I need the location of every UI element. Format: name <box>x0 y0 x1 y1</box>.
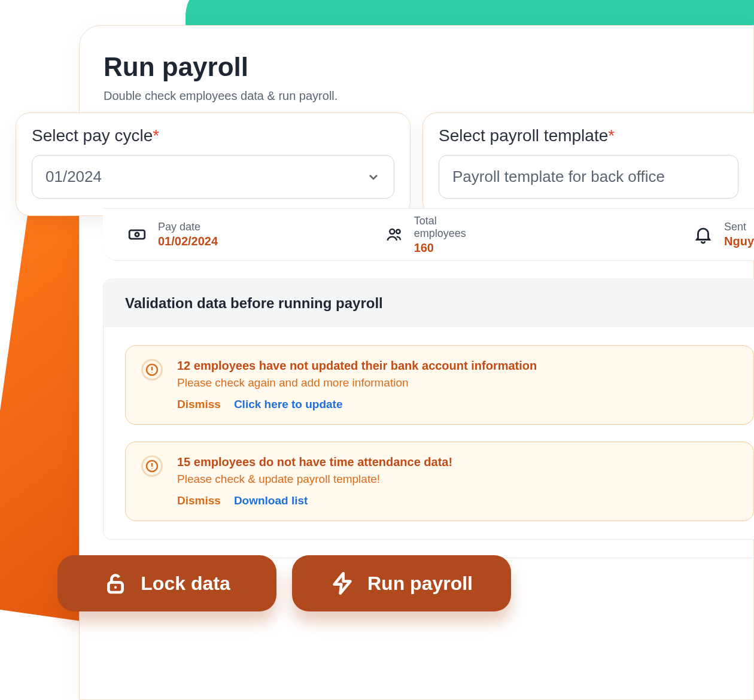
alert-title: 12 employees have not updated their bank… <box>177 359 537 373</box>
sent-item: Sent Nguy <box>693 221 754 248</box>
chevron-down-icon <box>366 170 381 184</box>
validation-alert: 12 employees have not updated their bank… <box>125 345 754 425</box>
page-title: Run payroll <box>104 52 753 82</box>
sent-value: Nguy <box>724 235 754 248</box>
alert-message: Please check again and add more informat… <box>177 376 537 389</box>
sent-label: Sent <box>724 221 754 233</box>
total-employees-label: Total employees <box>414 215 483 240</box>
lock-data-label: Lock data <box>141 573 230 595</box>
pay-cycle-label-text: Select pay cycle <box>32 126 153 145</box>
pay-date-value: 01/02/2024 <box>158 235 218 248</box>
run-payroll-button[interactable]: Run payroll <box>292 555 511 611</box>
update-link[interactable]: Click here to update <box>234 398 343 411</box>
payroll-template-card: Select payroll template* Payroll templat… <box>422 112 754 216</box>
alert-icon-ring <box>141 359 163 381</box>
required-marker: * <box>153 126 159 145</box>
lock-data-button[interactable]: Lock data <box>57 555 276 611</box>
alert-icon-ring <box>141 455 163 477</box>
svg-point-1 <box>135 233 139 236</box>
alert-message: Please check & update payroll template! <box>177 473 452 486</box>
pay-cycle-select[interactable]: 01/2024 <box>32 155 394 199</box>
alert-circle-icon <box>145 363 159 377</box>
pay-date-label: Pay date <box>158 221 218 233</box>
svg-rect-0 <box>129 230 145 239</box>
payroll-template-label: Select payroll template* <box>439 126 738 145</box>
pay-cycle-label: Select pay cycle* <box>32 126 394 145</box>
svg-point-3 <box>396 230 400 234</box>
svg-point-9 <box>151 468 152 469</box>
validation-heading: Validation data before running payroll <box>104 279 754 327</box>
alert-circle-icon <box>145 459 159 473</box>
dismiss-button[interactable]: Dismiss <box>177 494 221 507</box>
total-employees-value: 160 <box>414 241 483 255</box>
banknote-icon <box>127 224 147 245</box>
download-list-link[interactable]: Download list <box>234 494 308 507</box>
svg-point-6 <box>151 372 152 373</box>
pay-cycle-card: Select pay cycle* 01/2024 <box>16 112 411 216</box>
required-marker: * <box>608 126 615 145</box>
pay-cycle-value: 01/2024 <box>45 168 102 186</box>
dismiss-button[interactable]: Dismiss <box>177 398 221 411</box>
payroll-template-select[interactable]: Payroll template for back office <box>439 155 738 199</box>
bell-icon <box>693 224 713 245</box>
page-subtitle: Double check employees data & run payrol… <box>104 89 753 103</box>
users-icon <box>385 224 403 245</box>
payroll-template-label-text: Select payroll template <box>439 126 608 145</box>
svg-point-11 <box>114 586 117 589</box>
run-payroll-label: Run payroll <box>367 573 473 595</box>
total-employees-item: Total employees 160 <box>385 215 483 255</box>
alert-title: 15 employees do not have time attendance… <box>177 455 452 469</box>
payroll-template-value: Payroll template for back office <box>452 168 665 186</box>
pay-date-item: Pay date 01/02/2024 <box>127 221 218 248</box>
validation-alert: 15 employees do not have time attendance… <box>125 442 754 521</box>
payroll-summary-strip: Pay date 01/02/2024 Total employees 160 … <box>103 208 754 261</box>
svg-point-2 <box>390 229 394 234</box>
unlock-icon <box>104 571 127 595</box>
validation-panel: Validation data before running payroll 1… <box>103 279 754 540</box>
lightning-icon <box>330 571 354 595</box>
svg-marker-12 <box>335 573 351 593</box>
